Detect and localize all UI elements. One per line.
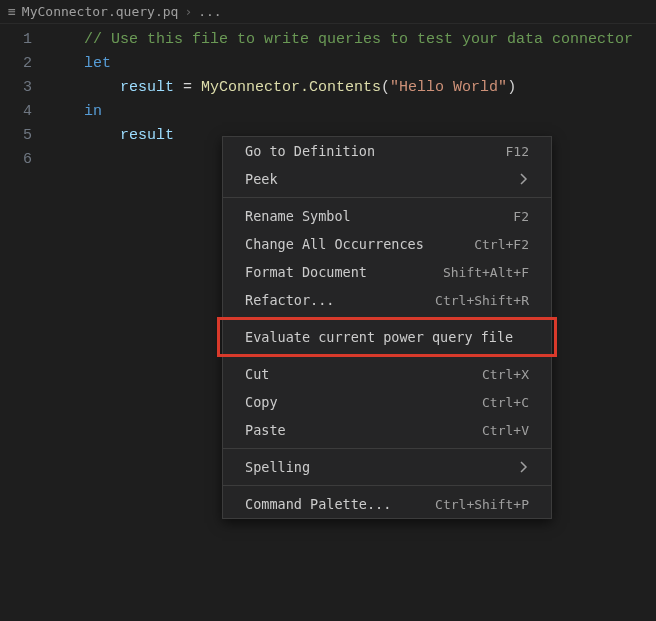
breadcrumb[interactable]: ≡ MyConnector.query.pq › ... — [0, 0, 656, 24]
menu-separator — [223, 318, 551, 319]
menu-separator — [223, 355, 551, 356]
menu-shortcut: F12 — [506, 144, 529, 159]
menu-item-rename-symbol[interactable]: Rename SymbolF2 — [223, 202, 551, 230]
menu-item-label: Rename Symbol — [245, 208, 351, 224]
code-line[interactable]: in — [48, 100, 656, 124]
line-number-gutter: 123456 — [0, 28, 48, 172]
menu-item-cut[interactable]: CutCtrl+X — [223, 360, 551, 388]
chevron-right-icon — [519, 174, 529, 184]
menu-item-label: Copy — [245, 394, 278, 410]
menu-item-evaluate-power-query[interactable]: Evaluate current power query file — [223, 323, 551, 351]
line-number: 1 — [0, 28, 32, 52]
line-number: 2 — [0, 52, 32, 76]
menu-separator — [223, 197, 551, 198]
menu-item-label: Command Palette... — [245, 496, 391, 512]
menu-item-label: Peek — [245, 171, 278, 187]
line-number: 6 — [0, 148, 32, 172]
menu-item-spelling[interactable]: Spelling — [223, 453, 551, 481]
menu-item-label: Evaluate current power query file — [245, 329, 513, 345]
chevron-right-icon — [519, 462, 529, 472]
menu-item-label: Go to Definition — [245, 143, 375, 159]
menu-item-change-all-occurrences[interactable]: Change All OccurrencesCtrl+F2 — [223, 230, 551, 258]
menu-item-label: Paste — [245, 422, 286, 438]
menu-item-go-to-definition[interactable]: Go to DefinitionF12 — [223, 137, 551, 165]
menu-shortcut: Ctrl+X — [482, 367, 529, 382]
context-menu[interactable]: Go to DefinitionF12PeekRename SymbolF2Ch… — [222, 136, 552, 519]
menu-item-refactor[interactable]: Refactor...Ctrl+Shift+R — [223, 286, 551, 314]
menu-shortcut: Ctrl+Shift+R — [435, 293, 529, 308]
menu-item-label: Change All Occurrences — [245, 236, 424, 252]
menu-shortcut: Ctrl+C — [482, 395, 529, 410]
menu-item-copy[interactable]: CopyCtrl+C — [223, 388, 551, 416]
menu-item-label: Cut — [245, 366, 269, 382]
menu-separator — [223, 485, 551, 486]
line-number: 5 — [0, 124, 32, 148]
menu-shortcut: Ctrl+Shift+P — [435, 497, 529, 512]
line-number: 3 — [0, 76, 32, 100]
menu-item-label: Refactor... — [245, 292, 334, 308]
line-number: 4 — [0, 100, 32, 124]
menu-item-command-palette[interactable]: Command Palette...Ctrl+Shift+P — [223, 490, 551, 518]
menu-shortcut: Shift+Alt+F — [443, 265, 529, 280]
code-line[interactable]: result = MyConnector.Contents("Hello Wor… — [48, 76, 656, 100]
menu-item-format-document[interactable]: Format DocumentShift+Alt+F — [223, 258, 551, 286]
menu-item-paste[interactable]: PasteCtrl+V — [223, 416, 551, 444]
menu-shortcut: F2 — [513, 209, 529, 224]
menu-shortcut: Ctrl+V — [482, 423, 529, 438]
breadcrumb-crumb[interactable]: ... — [198, 4, 221, 19]
menu-item-label: Spelling — [245, 459, 310, 475]
breadcrumb-file[interactable]: MyConnector.query.pq — [22, 4, 179, 19]
menu-item-peek[interactable]: Peek — [223, 165, 551, 193]
menu-shortcut: Ctrl+F2 — [474, 237, 529, 252]
menu-separator — [223, 448, 551, 449]
menu-item-label: Format Document — [245, 264, 367, 280]
code-line[interactable]: // Use this file to write queries to tes… — [48, 28, 656, 52]
code-line[interactable]: let — [48, 52, 656, 76]
file-icon: ≡ — [8, 4, 16, 19]
chevron-right-icon: › — [184, 4, 192, 19]
